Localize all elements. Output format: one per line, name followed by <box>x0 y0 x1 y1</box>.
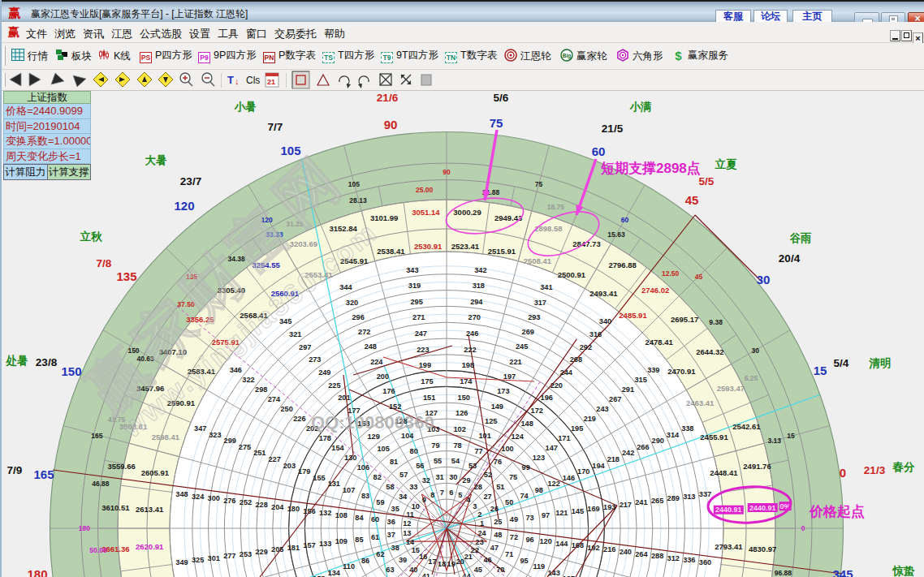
svg-text:2523.41: 2523.41 <box>451 242 480 251</box>
svg-text:2470.91: 2470.91 <box>667 367 696 376</box>
svg-text:10: 10 <box>412 502 420 510</box>
svg-text:320: 320 <box>346 299 358 307</box>
svg-text:2746.02: 2746.02 <box>641 286 669 295</box>
svg-text:57: 57 <box>399 471 408 479</box>
svg-text:2538.41: 2538.41 <box>377 247 405 256</box>
svg-text:324: 324 <box>192 493 205 501</box>
svg-text:51: 51 <box>496 483 504 491</box>
svg-text:45: 45 <box>695 273 703 281</box>
svg-text:247: 247 <box>415 329 427 338</box>
svg-text:5: 5 <box>458 491 462 499</box>
svg-text:105: 105 <box>377 445 389 453</box>
svg-text:194: 194 <box>592 462 605 470</box>
svg-text:172: 172 <box>531 407 543 415</box>
svg-text:21/6: 21/6 <box>377 92 399 104</box>
svg-text:124: 124 <box>511 433 524 441</box>
svg-text:47: 47 <box>490 544 499 552</box>
svg-text:处暑: 处暑 <box>6 355 28 367</box>
svg-text:217: 217 <box>620 501 632 509</box>
svg-text:77: 77 <box>474 447 482 455</box>
svg-text:60: 60 <box>621 216 629 224</box>
svg-text:小暑: 小暑 <box>234 101 257 113</box>
svg-text:22: 22 <box>471 546 479 554</box>
svg-text:322: 322 <box>242 376 254 384</box>
svg-text:193: 193 <box>603 503 615 511</box>
svg-text:119: 119 <box>533 562 545 571</box>
svg-text:349: 349 <box>175 558 188 566</box>
svg-text:294: 294 <box>470 298 483 306</box>
svg-text:28.13: 28.13 <box>349 196 367 205</box>
svg-text:180: 180 <box>79 524 90 532</box>
svg-text:5/5: 5/5 <box>699 175 715 187</box>
svg-text:34: 34 <box>399 493 408 501</box>
svg-text:250: 250 <box>280 405 292 413</box>
svg-text:292: 292 <box>580 343 592 351</box>
svg-text:3: 3 <box>473 502 477 510</box>
svg-text:123: 123 <box>533 454 545 462</box>
svg-text:240: 240 <box>620 548 632 556</box>
svg-text:15: 15 <box>787 432 795 440</box>
svg-text:立夏: 立夏 <box>715 157 738 170</box>
svg-text:277: 277 <box>223 552 235 560</box>
svg-text:12: 12 <box>403 519 411 527</box>
svg-text:131: 131 <box>328 480 340 488</box>
svg-text:60: 60 <box>371 515 379 523</box>
svg-text:24: 24 <box>477 529 486 537</box>
svg-text:345: 345 <box>832 567 853 577</box>
svg-text:135: 135 <box>116 269 136 283</box>
svg-text:227: 227 <box>268 455 280 463</box>
svg-text:0: 0 <box>840 466 846 480</box>
svg-text:165: 165 <box>33 467 54 481</box>
svg-text:2796.88: 2796.88 <box>609 261 637 269</box>
svg-text:225: 225 <box>328 381 340 390</box>
svg-text:180: 180 <box>27 567 47 577</box>
svg-text:74: 74 <box>520 492 529 500</box>
svg-text:126: 126 <box>456 409 468 417</box>
svg-text:228: 228 <box>255 501 267 509</box>
svg-text:75: 75 <box>509 473 517 481</box>
svg-text:97: 97 <box>542 511 550 519</box>
svg-text:23/7: 23/7 <box>180 175 201 187</box>
svg-text:340: 340 <box>599 317 611 325</box>
svg-text:110: 110 <box>343 562 355 571</box>
svg-text:125: 125 <box>485 417 497 425</box>
svg-text:107: 107 <box>343 486 355 494</box>
svg-text:315: 315 <box>634 376 646 384</box>
svg-text:61: 61 <box>371 533 379 541</box>
svg-text:72: 72 <box>510 533 518 541</box>
svg-text:96.88: 96.88 <box>775 569 792 577</box>
svg-text:3101.99: 3101.99 <box>370 213 398 222</box>
svg-text:198: 198 <box>462 361 474 369</box>
svg-text:348: 348 <box>175 490 188 498</box>
svg-text:3559.66: 3559.66 <box>107 462 135 471</box>
svg-text:90: 90 <box>443 168 451 176</box>
svg-text:133: 133 <box>319 540 331 548</box>
svg-text:270: 270 <box>468 313 481 321</box>
svg-text:清明: 清明 <box>869 357 892 369</box>
svg-text:143: 143 <box>547 569 559 577</box>
svg-text:2500.91: 2500.91 <box>558 270 586 279</box>
svg-text:205: 205 <box>271 545 283 553</box>
svg-text:221: 221 <box>509 358 521 366</box>
svg-text:293: 293 <box>528 313 540 321</box>
svg-text:171: 171 <box>558 434 570 442</box>
svg-text:203: 203 <box>283 462 296 470</box>
svg-text:3610.51: 3610.51 <box>101 503 130 512</box>
svg-text:176: 176 <box>382 387 395 395</box>
svg-text:71: 71 <box>505 550 513 558</box>
svg-text:30: 30 <box>449 473 457 481</box>
svg-text:79: 79 <box>431 441 439 450</box>
svg-text:197: 197 <box>503 372 516 381</box>
svg-text:4: 4 <box>466 496 471 504</box>
svg-text:200: 200 <box>377 372 389 381</box>
svg-text:132: 132 <box>319 509 331 517</box>
svg-text:251: 251 <box>253 449 266 457</box>
svg-text:289: 289 <box>667 494 680 502</box>
svg-text:2508.41: 2508.41 <box>524 256 552 265</box>
svg-text:82: 82 <box>373 473 382 481</box>
svg-text:32: 32 <box>422 476 430 484</box>
svg-text:50: 50 <box>505 498 513 506</box>
svg-text:50.00: 50.00 <box>89 546 107 554</box>
svg-text:81: 81 <box>390 458 398 466</box>
svg-text:立秋: 立秋 <box>80 230 103 243</box>
